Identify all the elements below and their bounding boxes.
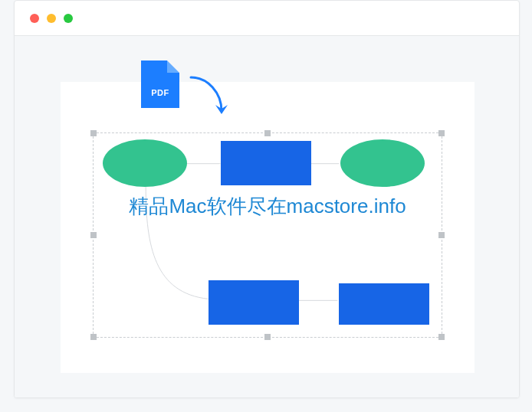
resize-handle-ne[interactable] [438, 130, 445, 136]
pdf-fold-icon [167, 60, 179, 73]
content-area: PDF [15, 36, 519, 397]
shape-rect-3[interactable] [339, 283, 429, 325]
app-window: PDF [14, 0, 520, 398]
resize-handle-w[interactable] [90, 232, 97, 238]
shape-rect-2[interactable] [209, 280, 299, 325]
shape-ellipse-2[interactable] [340, 139, 425, 187]
maximize-icon[interactable] [64, 14, 73, 23]
pdf-label: PDF [141, 88, 179, 97]
titlebar [15, 1, 519, 36]
drop-arrow-icon [185, 74, 231, 124]
canvas-panel: PDF [61, 82, 475, 373]
resize-handle-nw[interactable] [90, 130, 97, 136]
resize-handle-n[interactable] [264, 130, 271, 136]
resize-handle-s[interactable] [264, 334, 271, 340]
selection-box[interactable]: 精品Mac软件尽在macstore.info [93, 132, 442, 338]
pdf-file-icon[interactable]: PDF [141, 60, 179, 108]
shape-rect-1[interactable] [221, 141, 311, 185]
resize-handle-se[interactable] [438, 334, 445, 340]
resize-handle-e[interactable] [438, 232, 445, 238]
shape-ellipse-1[interactable] [103, 139, 187, 187]
resize-handle-sw[interactable] [90, 334, 97, 340]
close-icon[interactable] [30, 14, 39, 23]
minimize-icon[interactable] [47, 14, 56, 23]
watermark-text: 精品Mac软件尽在macstore.info [94, 193, 442, 220]
